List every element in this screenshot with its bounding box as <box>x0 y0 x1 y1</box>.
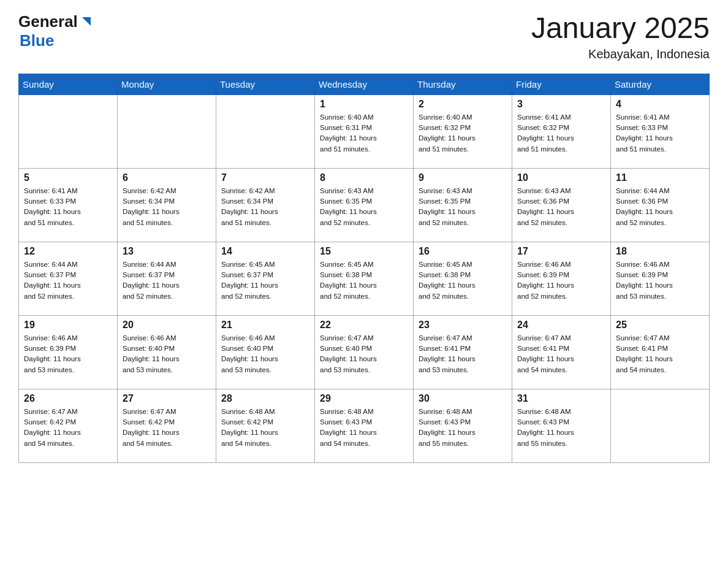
day-number: 21 <box>221 320 309 331</box>
calendar-table: SundayMondayTuesdayWednesdayThursdayFrid… <box>18 74 710 463</box>
calendar-week-1: 1Sunrise: 6:40 AM Sunset: 6:31 PM Daylig… <box>19 94 710 168</box>
calendar-cell: 17Sunrise: 6:46 AM Sunset: 6:39 PM Dayli… <box>512 242 611 315</box>
day-info: Sunrise: 6:41 AM Sunset: 6:33 PM Dayligh… <box>24 186 112 228</box>
day-number: 31 <box>517 393 605 404</box>
month-title: January 2025 <box>531 12 710 45</box>
page-header: General Blue January 2025 Kebayakan, Ind… <box>18 12 710 61</box>
calendar-cell: 10Sunrise: 6:43 AM Sunset: 6:36 PM Dayli… <box>512 168 611 242</box>
day-number: 24 <box>517 320 605 331</box>
calendar-week-4: 19Sunrise: 6:46 AM Sunset: 6:39 PM Dayli… <box>19 315 710 389</box>
calendar-header-monday: Monday <box>118 74 216 94</box>
calendar-cell: 15Sunrise: 6:45 AM Sunset: 6:38 PM Dayli… <box>315 242 414 315</box>
day-number: 10 <box>517 172 605 183</box>
day-info: Sunrise: 6:46 AM Sunset: 6:40 PM Dayligh… <box>221 333 309 375</box>
calendar-cell <box>118 94 216 168</box>
day-info: Sunrise: 6:43 AM Sunset: 6:36 PM Dayligh… <box>517 186 605 228</box>
day-info: Sunrise: 6:47 AM Sunset: 6:40 PM Dayligh… <box>320 333 408 375</box>
day-info: Sunrise: 6:42 AM Sunset: 6:34 PM Dayligh… <box>221 186 309 228</box>
logo-bottom: Blue <box>18 31 93 50</box>
day-info: Sunrise: 6:47 AM Sunset: 6:41 PM Dayligh… <box>419 333 507 375</box>
day-info: Sunrise: 6:47 AM Sunset: 6:41 PM Dayligh… <box>616 333 704 375</box>
day-number: 5 <box>24 172 112 183</box>
calendar-cell: 29Sunrise: 6:48 AM Sunset: 6:43 PM Dayli… <box>315 389 414 462</box>
calendar-week-2: 5Sunrise: 6:41 AM Sunset: 6:33 PM Daylig… <box>19 168 710 242</box>
day-info: Sunrise: 6:45 AM Sunset: 6:38 PM Dayligh… <box>320 259 408 302</box>
calendar-cell: 23Sunrise: 6:47 AM Sunset: 6:41 PM Dayli… <box>414 315 512 389</box>
day-info: Sunrise: 6:42 AM Sunset: 6:34 PM Dayligh… <box>123 186 211 228</box>
day-info: Sunrise: 6:41 AM Sunset: 6:32 PM Dayligh… <box>517 112 605 155</box>
calendar-cell: 24Sunrise: 6:47 AM Sunset: 6:41 PM Dayli… <box>512 315 611 389</box>
calendar-cell <box>216 94 315 168</box>
day-info: Sunrise: 6:45 AM Sunset: 6:38 PM Dayligh… <box>419 259 507 302</box>
day-info: Sunrise: 6:48 AM Sunset: 6:43 PM Dayligh… <box>517 407 605 449</box>
day-number: 9 <box>419 172 507 183</box>
day-number: 14 <box>221 246 309 257</box>
day-number: 29 <box>320 393 408 404</box>
day-number: 2 <box>419 99 507 110</box>
day-number: 11 <box>616 172 704 183</box>
calendar-cell: 19Sunrise: 6:46 AM Sunset: 6:39 PM Dayli… <box>19 315 118 389</box>
day-number: 15 <box>320 246 408 257</box>
calendar-cell: 14Sunrise: 6:45 AM Sunset: 6:37 PM Dayli… <box>216 242 315 315</box>
calendar-cell: 26Sunrise: 6:47 AM Sunset: 6:42 PM Dayli… <box>19 389 118 462</box>
calendar-cell: 7Sunrise: 6:42 AM Sunset: 6:34 PM Daylig… <box>216 168 315 242</box>
calendar-header-sunday: Sunday <box>19 74 118 94</box>
logo-blue-text: Blue <box>20 31 54 50</box>
calendar-cell: 18Sunrise: 6:46 AM Sunset: 6:39 PM Dayli… <box>611 242 710 315</box>
calendar-cell: 5Sunrise: 6:41 AM Sunset: 6:33 PM Daylig… <box>19 168 118 242</box>
calendar-header-friday: Friday <box>512 74 611 94</box>
calendar-cell: 16Sunrise: 6:45 AM Sunset: 6:38 PM Dayli… <box>414 242 512 315</box>
day-number: 3 <box>517 99 605 110</box>
day-info: Sunrise: 6:48 AM Sunset: 6:43 PM Dayligh… <box>320 407 408 449</box>
calendar-header-wednesday: Wednesday <box>315 74 414 94</box>
calendar-week-3: 12Sunrise: 6:44 AM Sunset: 6:37 PM Dayli… <box>19 242 710 315</box>
day-number: 23 <box>419 320 507 331</box>
calendar-cell: 6Sunrise: 6:42 AM Sunset: 6:34 PM Daylig… <box>118 168 216 242</box>
logo-top: General <box>18 12 93 31</box>
calendar-cell: 27Sunrise: 6:47 AM Sunset: 6:42 PM Dayli… <box>118 389 216 462</box>
calendar-week-5: 26Sunrise: 6:47 AM Sunset: 6:42 PM Dayli… <box>19 389 710 462</box>
day-info: Sunrise: 6:43 AM Sunset: 6:35 PM Dayligh… <box>320 186 408 228</box>
logo-triangle-icon <box>80 15 93 28</box>
calendar-cell: 4Sunrise: 6:41 AM Sunset: 6:33 PM Daylig… <box>611 94 710 168</box>
day-info: Sunrise: 6:45 AM Sunset: 6:37 PM Dayligh… <box>221 259 309 302</box>
day-number: 28 <box>221 393 309 404</box>
calendar-cell <box>611 389 710 462</box>
calendar-header-saturday: Saturday <box>611 74 710 94</box>
day-number: 12 <box>24 246 112 257</box>
location-text: Kebayakan, Indonesia <box>531 47 710 61</box>
day-number: 16 <box>419 246 507 257</box>
day-number: 7 <box>221 172 309 183</box>
day-number: 19 <box>24 320 112 331</box>
day-info: Sunrise: 6:46 AM Sunset: 6:39 PM Dayligh… <box>616 259 704 302</box>
day-info: Sunrise: 6:43 AM Sunset: 6:35 PM Dayligh… <box>419 186 507 228</box>
day-number: 22 <box>320 320 408 331</box>
day-info: Sunrise: 6:48 AM Sunset: 6:42 PM Dayligh… <box>221 407 309 449</box>
day-number: 1 <box>320 99 408 110</box>
day-number: 20 <box>123 320 211 331</box>
svg-marker-0 <box>82 17 91 26</box>
day-info: Sunrise: 6:48 AM Sunset: 6:43 PM Dayligh… <box>419 407 507 449</box>
day-number: 27 <box>123 393 211 404</box>
day-number: 6 <box>123 172 211 183</box>
calendar-cell: 11Sunrise: 6:44 AM Sunset: 6:36 PM Dayli… <box>611 168 710 242</box>
calendar-cell: 31Sunrise: 6:48 AM Sunset: 6:43 PM Dayli… <box>512 389 611 462</box>
day-number: 8 <box>320 172 408 183</box>
day-info: Sunrise: 6:46 AM Sunset: 6:39 PM Dayligh… <box>24 333 112 375</box>
title-block: January 2025 Kebayakan, Indonesia <box>531 12 710 61</box>
logo: General Blue <box>18 12 93 50</box>
day-number: 4 <box>616 99 704 110</box>
calendar-cell: 12Sunrise: 6:44 AM Sunset: 6:37 PM Dayli… <box>19 242 118 315</box>
day-number: 17 <box>517 246 605 257</box>
day-info: Sunrise: 6:47 AM Sunset: 6:42 PM Dayligh… <box>24 407 112 449</box>
calendar-cell: 28Sunrise: 6:48 AM Sunset: 6:42 PM Dayli… <box>216 389 315 462</box>
day-number: 25 <box>616 320 704 331</box>
calendar-cell: 9Sunrise: 6:43 AM Sunset: 6:35 PM Daylig… <box>414 168 512 242</box>
day-info: Sunrise: 6:47 AM Sunset: 6:41 PM Dayligh… <box>517 333 605 375</box>
day-number: 13 <box>123 246 211 257</box>
calendar-cell: 8Sunrise: 6:43 AM Sunset: 6:35 PM Daylig… <box>315 168 414 242</box>
day-number: 18 <box>616 246 704 257</box>
calendar-cell: 1Sunrise: 6:40 AM Sunset: 6:31 PM Daylig… <box>315 94 414 168</box>
day-info: Sunrise: 6:44 AM Sunset: 6:37 PM Dayligh… <box>24 259 112 302</box>
calendar-header-row: SundayMondayTuesdayWednesdayThursdayFrid… <box>19 74 710 94</box>
